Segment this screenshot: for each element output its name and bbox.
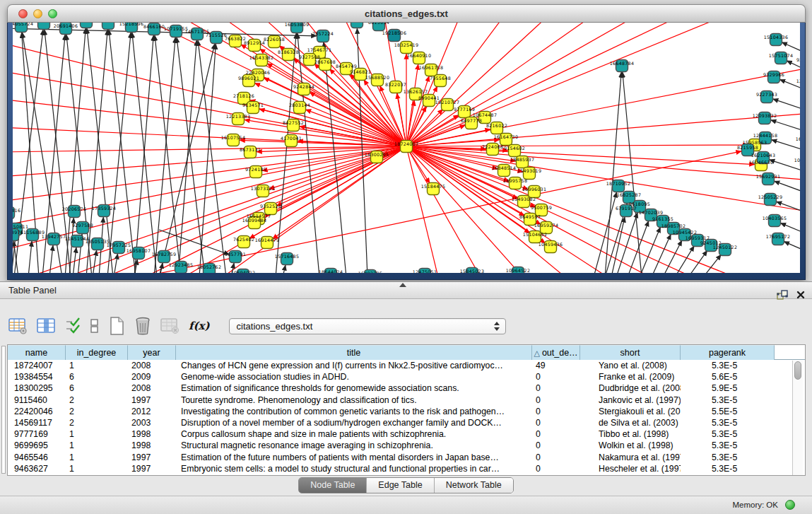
- window-titlebar[interactable]: citations_edges.txt: [7, 4, 806, 23]
- graph-node-label: 9500759: [531, 205, 552, 210]
- graph-node-label: 9242844: [293, 84, 314, 89]
- graph-node[interactable]: [102, 23, 114, 30]
- cell-title: Corpus callosum shape and size in male p…: [176, 428, 532, 440]
- graph-node-label: 7625402: [233, 237, 254, 242]
- close-panel-icon[interactable]: [796, 285, 805, 305]
- graph-edge: [199, 44, 216, 273]
- graph-edge: [357, 28, 367, 273]
- minimize-window-button[interactable]: [33, 9, 42, 18]
- graph-node-label: 13942757: [42, 234, 66, 239]
- graph-edge: [28, 241, 32, 273]
- close-window-button[interactable]: [18, 9, 28, 18]
- column-header-in_degree[interactable]: in_degree: [66, 345, 128, 360]
- float-panel-icon[interactable]: [777, 285, 788, 305]
- cell-out_de: 0: [532, 395, 580, 406]
- cell-short: Jankovic et al. (1997): [580, 395, 681, 406]
- zoom-window-button[interactable]: [48, 9, 57, 18]
- table-row[interactable]: 946554611997Estimation of the future num…: [8, 452, 805, 463]
- table-row[interactable]: 977716911998Corpus callosum shape and si…: [8, 428, 805, 440]
- table-row[interactable]: 946362711997Embryonic stem cells: a mode…: [8, 463, 805, 474]
- table-row[interactable]: 911546021997Tourette syndrome. Phenomeno…: [8, 395, 805, 406]
- column-header-short[interactable]: short: [580, 345, 681, 360]
- select-rows-icon[interactable]: [65, 316, 81, 336]
- window-title: citations_edges.txt: [8, 5, 805, 23]
- row-height-icon[interactable]: [90, 316, 99, 336]
- splitpane-collapse-icon[interactable]: [399, 283, 406, 287]
- cell-title: Disruption of a novel member of a sodium…: [176, 417, 532, 428]
- graph-node-label: 4170041: [281, 136, 302, 141]
- graph-node-label: 15493019: [517, 168, 541, 173]
- graph-node-label: 9352528: [260, 204, 281, 209]
- tab-edge-table[interactable]: Edge Table: [367, 478, 434, 493]
- cell-title: Embryonic stem cells: a model to study s…: [176, 463, 532, 474]
- cell-short: Wolkin et al. (1998): [580, 440, 681, 451]
- table-row[interactable]: 1938455462009Genome-wide association stu…: [8, 371, 805, 382]
- tab-network-table[interactable]: Network Table: [435, 478, 513, 493]
- desktop: citations_edges.txt 240557242055346120: [0, 0, 812, 514]
- cell-title: Tourette syndrome. Phenomenology and cla…: [176, 395, 532, 406]
- new-table-icon[interactable]: [108, 316, 125, 336]
- cell-pagerank: 5.9E-5: [681, 382, 775, 394]
- graph-edge: [93, 250, 97, 273]
- cell-out_de: 0: [532, 440, 580, 451]
- graph-node-label: 15218596: [119, 23, 143, 26]
- cell-out_de: 49: [532, 360, 580, 371]
- graph-node-label: 15751074: [769, 53, 793, 58]
- graph-node[interactable]: [351, 23, 363, 28]
- graph-edge: [688, 250, 707, 273]
- cell-pagerank: 5.3E-5: [681, 463, 775, 474]
- graph-node-label: 9777169: [454, 107, 475, 112]
- graph-node[interactable]: [38, 23, 50, 30]
- graph-node-label: 18052762: [197, 264, 221, 269]
- cell-year: 2008: [128, 382, 176, 394]
- memory-status-icon[interactable]: [785, 500, 795, 510]
- cell-pagerank: 5.3E-5: [681, 452, 775, 463]
- graph-node-label: 16848514: [492, 165, 516, 170]
- select-column-icon[interactable]: [37, 316, 56, 336]
- table-settings-icon[interactable]: [8, 316, 28, 336]
- column-header-title[interactable]: title: [176, 345, 532, 360]
- graph-edge: [272, 146, 406, 239]
- network-graph: 2405572420553461206914061065528711527802…: [13, 23, 800, 273]
- table-row[interactable]: 1830029562008Estimation of significance …: [8, 382, 805, 394]
- graph-node-label: 16046630: [749, 160, 773, 165]
- graph-node-label: 9273413: [796, 57, 800, 62]
- graph-node-label: 8226058: [264, 37, 285, 42]
- graph-edge: [640, 227, 661, 273]
- graph-node-label: 17546771: [307, 47, 331, 52]
- graph-node-label: 9161355: [652, 216, 673, 221]
- graph-node-label: 9724185: [245, 167, 266, 172]
- graph-node[interactable]: [81, 23, 93, 28]
- scrollbar-thumb[interactable]: [794, 361, 801, 380]
- cell-name: 9115460: [8, 395, 66, 406]
- network-canvas[interactable]: 2405572420553461206914061065528711527802…: [13, 23, 800, 273]
- column-header-year[interactable]: year: [128, 345, 176, 360]
- table-row[interactable]: 1872400712008Changes of HCN gene express…: [8, 360, 805, 371]
- table-row[interactable]: 969969511998Structural magnetic resonanc…: [8, 440, 805, 451]
- function-builder-icon[interactable]: f(x): [189, 316, 210, 336]
- graph-node-label: 22420046: [246, 70, 270, 75]
- graph-node-label: 10459436: [539, 242, 563, 247]
- cell-pagerank: 5.5E-5: [681, 406, 775, 417]
- table-panel-title: Table Panel: [8, 285, 57, 296]
- cell-title: Structural magnetic resonance image aver…: [176, 440, 532, 451]
- column-header-pagerank[interactable]: pagerank: [681, 345, 775, 360]
- graph-node-label: 9134571: [242, 103, 264, 107]
- column-header-name[interactable]: name: [8, 345, 66, 360]
- graph-node-label: 10816025: [794, 158, 800, 163]
- table-source-select[interactable]: citations_edges.txt: [229, 318, 506, 334]
- graph-node-label: 9327508: [299, 54, 320, 59]
- table-row[interactable]: 1456911722003Disruption of a novel membe…: [8, 417, 805, 428]
- graph-node-label: 15688520: [365, 75, 389, 80]
- table-row[interactable]: 2242004622012Investigating the contribut…: [8, 406, 805, 417]
- tab-node-table[interactable]: Node Table: [299, 478, 367, 493]
- column-header-out_de[interactable]: △ out_de…: [532, 345, 580, 360]
- cell-pagerank: 5.3E-5: [681, 417, 775, 428]
- cell-short: Nakamura et al. (1997): [580, 452, 681, 463]
- vertical-scrollbar[interactable]: [792, 361, 803, 475]
- delete-table-icon[interactable]: [134, 316, 151, 336]
- graph-node-label: 18300295: [365, 152, 389, 157]
- graph-node-label: 8186328: [278, 49, 299, 54]
- graph-node-label: 19218506: [382, 30, 406, 35]
- graph-node-label: 20553461: [32, 23, 56, 23]
